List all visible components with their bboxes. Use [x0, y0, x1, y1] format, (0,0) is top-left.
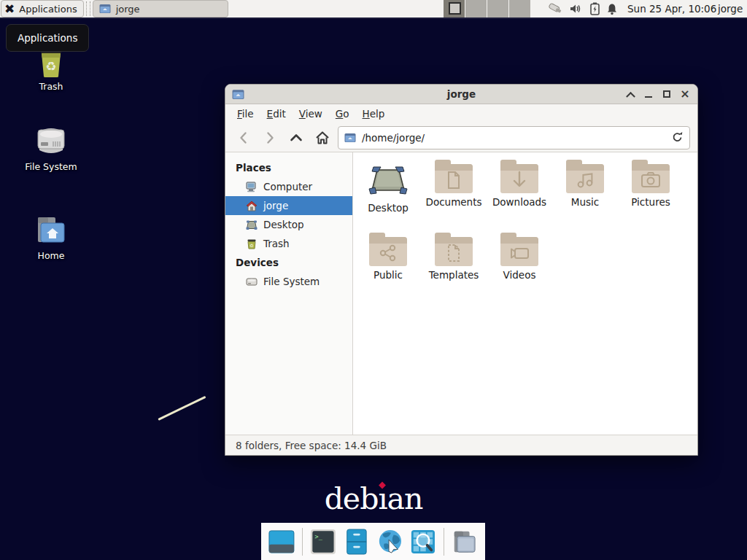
panel-clock[interactable]: Sun 25 Apr, 10:06 — [627, 0, 716, 18]
file-manager-window[interactable]: jorge × File Edit View Go Help — [225, 84, 698, 456]
file-item-documents[interactable]: Documents — [421, 158, 487, 228]
menubar: File Edit View Go Help — [225, 104, 697, 123]
menu-help[interactable]: Help — [357, 106, 391, 122]
workspace-1[interactable] — [444, 0, 465, 18]
file-item-downloads[interactable]: Downloads — [487, 158, 552, 228]
file-label: Videos — [487, 269, 552, 281]
location-bar[interactable]: /home/jorge/ — [338, 126, 690, 149]
music-folder-icon — [566, 164, 604, 193]
computer-icon — [246, 182, 258, 192]
top-panel: ✖ Applications jorge — [0, 0, 747, 19]
file-label: Pictures — [618, 196, 684, 208]
debian-logo: debıan — [0, 481, 747, 516]
desktop-icon-label: File System — [7, 161, 95, 172]
home-icon — [314, 131, 330, 145]
stray-line-mark — [158, 396, 206, 421]
folder-icon — [99, 4, 111, 14]
sidebar-item-trash[interactable]: ♻ Trash — [225, 234, 352, 253]
desktop-icon-label: Home — [7, 250, 95, 261]
sidebar-item-label: File System — [263, 276, 320, 287]
menu-view[interactable]: View — [293, 106, 328, 122]
file-label: Desktop — [355, 202, 421, 214]
desktop-icon-file-system[interactable]: File System — [7, 122, 95, 172]
removable-device-icon[interactable] — [547, 1, 563, 16]
file-label: Downloads — [487, 196, 552, 208]
svg-text:♻: ♻ — [45, 59, 56, 74]
desktop: ✖ Applications jorge — [0, 0, 747, 560]
window-titlebar[interactable]: jorge × — [225, 85, 697, 104]
file-item-videos[interactable]: Videos — [487, 231, 552, 301]
file-label: Music — [552, 196, 618, 208]
desktop-icon-home[interactable]: Home — [7, 213, 95, 261]
sidebar-item-file-system[interactable]: File System — [225, 272, 352, 291]
sidebar-header-devices: Devices — [225, 253, 352, 272]
file-item-desktop[interactable]: Desktop — [355, 158, 421, 228]
sidebar-item-jorge[interactable]: jorge — [225, 196, 352, 215]
file-item-pictures[interactable]: Pictures — [618, 158, 684, 228]
svg-text:♻: ♻ — [249, 242, 253, 247]
dock-separator — [302, 528, 303, 556]
sidebar-item-computer[interactable]: Computer — [225, 177, 352, 196]
desktop-icon — [368, 163, 409, 199]
home-icon — [246, 201, 258, 211]
window-body: Places Computer — [225, 152, 697, 435]
forward-button[interactable] — [259, 127, 281, 149]
applications-menu-label: Applications — [19, 4, 77, 15]
harddisk-icon — [246, 276, 258, 287]
menu-go[interactable]: Go — [330, 106, 355, 122]
folder-icon — [344, 133, 356, 143]
templates-folder-icon — [435, 237, 473, 266]
path-input[interactable]: /home/jorge/ — [362, 132, 665, 144]
document-folder-icon — [435, 164, 473, 193]
show-desktop-icon[interactable] — [268, 528, 295, 556]
share-folder-icon — [369, 237, 407, 266]
file-label: Public — [355, 269, 421, 281]
back-button[interactable] — [233, 127, 255, 149]
harddisk-icon — [32, 122, 70, 159]
notifications-bell-icon[interactable] — [606, 3, 618, 15]
xfce-logo-icon: ✖ — [4, 3, 15, 15]
home-folder-icon — [32, 213, 70, 248]
volume-icon[interactable] — [570, 3, 584, 15]
up-button[interactable] — [285, 127, 307, 149]
web-browser-icon[interactable] — [377, 528, 403, 556]
forward-icon — [263, 131, 277, 145]
back-icon — [236, 131, 251, 145]
menu-file[interactable]: File — [231, 106, 260, 122]
terminal-icon[interactable]: >_ — [310, 528, 336, 556]
folder-icon[interactable] — [452, 528, 478, 556]
sidebar-item-label: Trash — [263, 238, 290, 249]
sidebar-item-desktop[interactable]: Desktop — [225, 215, 352, 234]
desktop-icon-label: Trash — [7, 81, 95, 92]
maximize-icon[interactable] — [661, 88, 673, 100]
sidebar: Places Computer — [225, 152, 353, 435]
close-icon[interactable]: × — [679, 88, 691, 100]
workspace-4[interactable] — [509, 0, 531, 18]
file-item-public[interactable]: Public — [355, 231, 421, 301]
minimize-icon[interactable] — [643, 88, 654, 100]
panel-user-menu[interactable]: jorge — [718, 0, 743, 18]
file-pane[interactable]: Desktop Documents — [353, 152, 697, 435]
sidebar-item-label: Computer — [263, 181, 312, 192]
file-item-templates[interactable]: Templates — [421, 231, 487, 301]
applications-tooltip: Applications — [6, 24, 89, 52]
applications-menu-button[interactable]: ✖ Applications — [1, 0, 84, 18]
menu-edit[interactable]: Edit — [261, 106, 292, 122]
app-finder-icon[interactable] — [410, 528, 436, 556]
home-button[interactable] — [311, 127, 333, 149]
workspace-switcher[interactable] — [444, 0, 531, 18]
reload-icon[interactable] — [671, 131, 684, 144]
workspace-3[interactable] — [487, 0, 509, 18]
download-folder-icon — [500, 164, 538, 193]
shade-icon[interactable] — [624, 88, 636, 100]
battery-icon[interactable] — [590, 2, 600, 15]
file-cabinet-icon[interactable] — [344, 528, 370, 556]
window-controls: × — [624, 88, 691, 100]
file-item-music[interactable]: Music — [552, 158, 618, 228]
toolbar: /home/jorge/ — [225, 123, 697, 152]
sidebar-header-places: Places — [225, 158, 352, 177]
sidebar-item-label: Desktop — [263, 219, 304, 230]
workspace-window-thumb — [449, 2, 461, 15]
taskbar-window-button[interactable]: jorge — [93, 0, 228, 18]
workspace-2[interactable] — [465, 0, 487, 18]
